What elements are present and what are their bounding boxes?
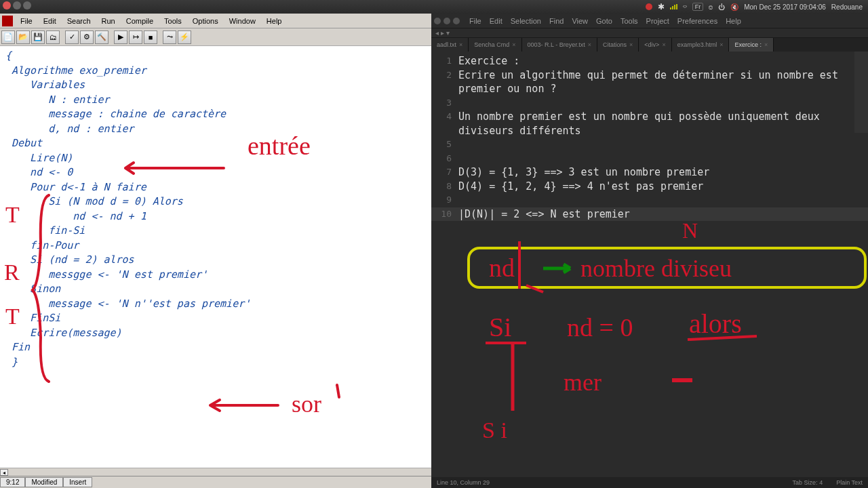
line-number: 7 (431, 165, 458, 180)
tab-item[interactable]: 0003- R.L - Breyer.txt× (522, 38, 597, 52)
tool-open[interactable]: 📂 (16, 30, 30, 44)
menu-file[interactable]: File (15, 15, 38, 27)
tool-compile[interactable]: ⚙ (80, 30, 94, 44)
menu-tools[interactable]: Tools (616, 15, 642, 27)
code-line: nd <- 0 (5, 165, 426, 180)
tab-prev-icon[interactable]: ◂ (435, 29, 439, 37)
tool-build[interactable]: 🔨 (95, 30, 108, 44)
close-icon[interactable]: × (764, 41, 768, 48)
text-line (458, 96, 868, 110)
menu-goto[interactable]: Goto (592, 15, 616, 27)
dropbox-icon: ✱ (658, 2, 665, 12)
menu-run[interactable]: Run (96, 15, 121, 27)
scroll-left-icon[interactable]: ◂ (0, 469, 8, 476)
code-line: Variables (5, 78, 426, 93)
tool-debug[interactable]: ⚡ (178, 30, 191, 44)
close-icon[interactable]: × (719, 41, 723, 48)
right-editor[interactable]: 1Exercice : 2Ecrire un algorithme qui pe… (431, 52, 868, 477)
tool-step[interactable]: ↦ (129, 30, 142, 44)
close-icon[interactable]: × (588, 41, 591, 48)
tab-item[interactable]: example3.html× (672, 38, 730, 52)
menu-find[interactable]: Find (545, 15, 568, 27)
tool-stop[interactable]: ■ (144, 30, 157, 44)
menu-preferences[interactable]: Preferences (673, 15, 722, 27)
left-statusbar: 9:12 Modified Insert (0, 476, 431, 488)
code-line: d, nd : entier (5, 122, 426, 137)
line-number: 6 (431, 152, 458, 166)
close-icon[interactable]: × (662, 41, 665, 48)
menu-tools[interactable]: Tools (159, 15, 187, 27)
window-buttons[interactable] (3, 1, 31, 9)
wifi-bars-icon (670, 4, 677, 9)
code-line: nd <- nd + 1 (5, 209, 426, 224)
tab-next-icon[interactable]: ▸ (441, 29, 444, 37)
menu-selection[interactable]: Selection (507, 15, 545, 27)
tab-item[interactable]: aadl.txt× (431, 38, 469, 52)
code-line: Debut (5, 136, 426, 151)
menu-view[interactable]: View (568, 15, 592, 27)
tab-nav[interactable]: ◂▸▾ (431, 28, 868, 38)
svg-text:S i: S i (482, 418, 507, 443)
text-line: D(4) = {1, 2, 4} ==> 4 n'est pas premier (458, 180, 868, 194)
tab-item[interactable]: <div>× (639, 38, 671, 52)
menu-file[interactable]: File (465, 15, 486, 27)
tool-trace[interactable]: ⤳ (163, 30, 176, 44)
tool-run[interactable]: ▶ (114, 30, 127, 44)
text-line (458, 138, 868, 152)
wifi-icon: ⌔ (683, 3, 687, 11)
code-line: fin-Pour (5, 239, 426, 253)
close-icon[interactable]: × (512, 41, 515, 48)
tool-new[interactable]: 📄 (1, 30, 15, 44)
app-icon (2, 16, 13, 26)
syntax-mode[interactable]: Plain Text (836, 479, 863, 486)
menu-edit[interactable]: Edit (38, 15, 62, 27)
menu-compile[interactable]: Compile (121, 15, 159, 27)
text-line: Ecrire un algorithme qui permet de déter… (458, 68, 868, 96)
code-line: fin-Si (5, 224, 426, 239)
code-line: Fin (5, 340, 426, 355)
code-line: { (5, 49, 426, 64)
tab-item[interactable]: Sencha Cmd× (469, 38, 521, 52)
tool-saveall[interactable]: 🗂 (46, 30, 60, 44)
tab-item-active[interactable]: Exercice :× (729, 38, 774, 52)
menu-help[interactable]: Help (722, 15, 745, 27)
tab-bar[interactable]: aadl.txt× Sencha Cmd× 0003- R.L - Breyer… (431, 38, 868, 52)
left-editor[interactable]: { Algorithme exo_premier Variables N : e… (0, 46, 431, 468)
code-line: FinSi (5, 311, 426, 326)
menu-help[interactable]: Help (261, 15, 288, 27)
svg-text:nombre diviseu: nombre diviseu (580, 255, 732, 282)
close-icon[interactable]: × (459, 41, 462, 48)
line-number: 8 (431, 180, 458, 194)
menu-window[interactable]: Window (224, 15, 261, 27)
tab-size[interactable]: Tab Size: 4 (793, 479, 823, 486)
left-menubar[interactable]: File Edit Search Run Compile Tools Optio… (0, 14, 431, 28)
code-line: Algorithme exo_premier (5, 64, 426, 79)
clock: Mon Dec 25 2017 09:04:06 (744, 3, 826, 11)
menu-options[interactable]: Options (187, 15, 224, 27)
menu-edit[interactable]: Edit (486, 15, 507, 27)
keyboard-layout[interactable]: Fr (692, 3, 704, 11)
right-window-buttons[interactable] (434, 18, 460, 24)
menu-project[interactable]: Project (642, 15, 673, 27)
system-bar: ✱ ⌔ Fr ⎊ ⏻ 🔇 Mon Dec 25 2017 09:04:06 Re… (0, 0, 868, 14)
code-line: Si (nd = 2) alros (5, 253, 426, 268)
tool-check[interactable]: ✓ (65, 30, 79, 44)
code-line: messgge <- 'N est premier' (5, 268, 426, 283)
menu-search[interactable]: Search (62, 15, 96, 27)
tab-down-icon[interactable]: ▾ (446, 29, 450, 37)
tab-item[interactable]: Citations× (597, 38, 639, 52)
right-menubar[interactable]: File Edit Selection Find View Goto Tools… (431, 14, 868, 28)
code-line: } (5, 355, 426, 370)
left-app: File Edit Search Run Compile Tools Optio… (0, 14, 431, 488)
svg-text:N: N (682, 218, 698, 243)
code-line: Sinon (5, 282, 426, 297)
minimap[interactable] (854, 52, 868, 133)
code-line: Ecrire(message) (5, 326, 426, 341)
line-number: 3 (431, 96, 458, 110)
code-line: N : entier (5, 93, 426, 108)
text-line: Exercice : (458, 54, 868, 68)
user-name[interactable]: Redouane (831, 3, 863, 11)
svg-rect-6 (469, 248, 865, 287)
tool-save[interactable]: 💾 (31, 30, 45, 44)
close-icon[interactable]: × (629, 41, 633, 48)
